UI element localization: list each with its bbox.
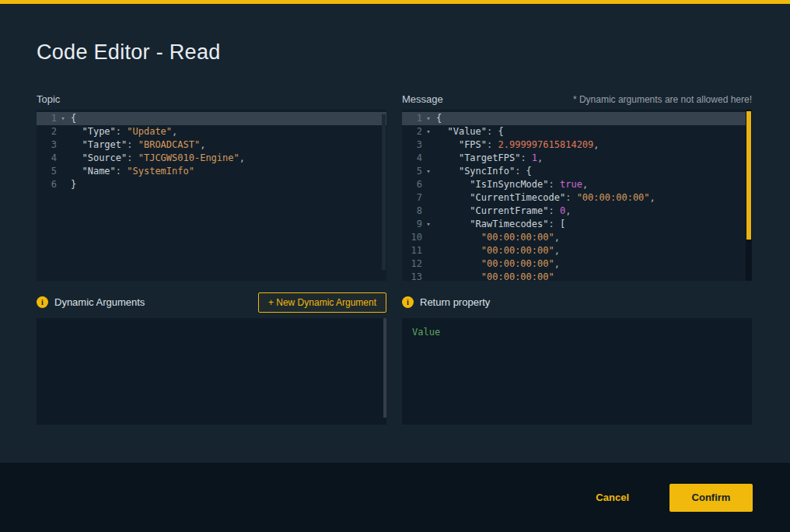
message-code-editor[interactable]: 1▾{2▾ "Value": {3 "FPS": 2.9999976158142… <box>402 110 752 281</box>
editor-gutter: 6 <box>402 178 436 191</box>
code-text: "00:00:00:00", <box>436 244 560 257</box>
editor-gutter: 8 <box>402 205 436 218</box>
info-icon-glyph: i <box>407 299 409 306</box>
fold-spacer <box>422 257 435 271</box>
line-number: 2 <box>37 125 57 138</box>
line-number: 12 <box>402 257 422 271</box>
editor-gutter: 13 <box>402 271 436 281</box>
editor-gutter: 5 <box>37 165 71 178</box>
fold-spacer <box>57 165 69 178</box>
dynamic-args-not-allowed-note: * Dynamic arguments are not allowed here… <box>573 94 752 105</box>
topic-section: Topic 1▾{2 "Type": "Update",3 "Target": … <box>37 92 386 425</box>
fold-toggle-icon[interactable]: ▾ <box>422 125 435 138</box>
fold-toggle-icon[interactable]: ▾ <box>422 218 435 231</box>
fold-toggle-icon[interactable]: ▾ <box>422 165 435 178</box>
editor-gutter: 2▾ <box>402 125 436 138</box>
editor-line[interactable]: 13 "00:00:00:00" <box>402 271 752 281</box>
editor-gutter: 4 <box>37 152 71 165</box>
code-text: "00:00:00:00" <box>436 271 554 281</box>
info-icon: i <box>402 296 414 308</box>
editor-line[interactable]: 12 "00:00:00:00", <box>402 257 752 271</box>
code-text: } <box>71 178 76 191</box>
editor-gutter: 6 <box>37 178 71 191</box>
topic-editor-scrollbar[interactable] <box>382 114 386 270</box>
editor-line[interactable]: 5 "Name": "SystemInfo" <box>37 165 386 178</box>
editor-line[interactable]: 5▾ "SyncInfo": { <box>402 165 752 178</box>
line-number: 2 <box>402 125 422 138</box>
confirm-button[interactable]: Confirm <box>669 484 753 512</box>
editor-gutter: 4 <box>402 152 436 165</box>
line-number: 1 <box>402 112 422 125</box>
editor-line[interactable]: 6} <box>37 178 386 191</box>
editor-line[interactable]: 8 "CurrentFrame": 0, <box>402 205 752 218</box>
editor-line[interactable]: 11 "00:00:00:00", <box>402 244 752 257</box>
editor-line[interactable]: 4 "TargetFPS": 1, <box>402 152 752 165</box>
info-icon-glyph: i <box>41 299 44 306</box>
fold-spacer <box>422 152 435 165</box>
line-number: 5 <box>402 165 422 178</box>
message-editor-scrollbar-track[interactable] <box>746 110 752 281</box>
editor-gutter: 11 <box>402 244 436 257</box>
cancel-button[interactable]: Cancel <box>596 492 629 503</box>
fold-spacer <box>422 138 435 152</box>
page-title: Code Editor - Read <box>37 40 221 65</box>
line-number: 6 <box>37 178 57 191</box>
code-text: "Name": "SystemInfo" <box>71 165 194 178</box>
code-text: "00:00:00:00", <box>436 257 560 271</box>
editor-line[interactable]: 2 "Type": "Update", <box>37 125 386 138</box>
editor-gutter: 1▾ <box>37 112 71 125</box>
editor-line[interactable]: 6 "IsInSyncMode": true, <box>402 178 752 191</box>
editor-gutter: 10 <box>402 231 436 244</box>
editor-line[interactable]: 7 "CurrentTimecode": "00:00:00:00", <box>402 191 752 205</box>
line-number: 7 <box>402 191 422 205</box>
message-editor-scrollbar-thumb[interactable] <box>746 111 751 240</box>
fold-spacer <box>57 152 69 165</box>
editor-line[interactable]: 10 "00:00:00:00", <box>402 231 752 244</box>
message-label-row: Message * Dynamic arguments are not allo… <box>402 92 752 110</box>
new-dynamic-argument-button[interactable]: + New Dynamic Argument <box>258 292 386 313</box>
code-text: "FPS": 2.999997615814209, <box>436 138 599 152</box>
topic-code-editor[interactable]: 1▾{2 "Type": "Update",3 "Target": "BROAD… <box>37 110 386 281</box>
fold-spacer <box>422 271 435 281</box>
fold-spacer <box>57 125 69 138</box>
code-text: "TargetFPS": 1, <box>436 152 543 165</box>
message-section: Message * Dynamic arguments are not allo… <box>402 92 752 425</box>
return-property-panel[interactable]: Value <box>402 318 752 425</box>
code-text: "Value": { <box>436 125 504 138</box>
line-number: 13 <box>402 271 422 281</box>
fold-spacer <box>422 205 435 218</box>
line-number: 8 <box>402 205 422 218</box>
line-number: 3 <box>402 138 422 152</box>
editor-line[interactable]: 1▾{ <box>37 112 386 125</box>
code-text: "Type": "Update", <box>71 125 177 138</box>
dynamic-arguments-panel <box>37 318 386 425</box>
editor-line[interactable]: 3 "Target": "BROADCAST", <box>37 138 386 152</box>
line-number: 6 <box>402 178 422 191</box>
code-text: "Target": "BROADCAST", <box>71 138 205 152</box>
editor-line[interactable]: 9▾ "RawTimecodes": [ <box>402 218 752 231</box>
topic-label: Topic <box>37 93 60 105</box>
dynamic-arguments-scrollbar[interactable] <box>383 318 386 418</box>
editor-gutter: 3 <box>402 138 436 152</box>
fold-spacer <box>57 138 69 152</box>
fold-spacer <box>57 178 69 191</box>
editor-gutter: 12 <box>402 257 436 271</box>
fold-toggle-icon[interactable]: ▾ <box>422 112 435 125</box>
topic-label-row: Topic <box>37 92 386 110</box>
line-number: 1 <box>37 112 57 125</box>
editor-line[interactable]: 1▾{ <box>402 112 752 125</box>
code-text: "IsInSyncMode": true, <box>436 178 588 191</box>
line-number: 4 <box>37 152 57 165</box>
editor-line[interactable]: 3 "FPS": 2.999997615814209, <box>402 138 752 152</box>
fold-toggle-icon[interactable]: ▾ <box>57 112 69 125</box>
editor-line[interactable]: 4 "Source": "TJCGWS010-Engine", <box>37 152 386 165</box>
footer-bar: Cancel Confirm <box>0 463 790 532</box>
editor-gutter: 5▾ <box>402 165 436 178</box>
info-icon: i <box>37 296 48 308</box>
return-property-label: Return property <box>420 296 490 308</box>
editor-line[interactable]: 2▾ "Value": { <box>402 125 752 138</box>
editor-gutter: 9▾ <box>402 218 436 231</box>
editor-gutter: 1▾ <box>402 112 436 125</box>
line-number: 9 <box>402 218 422 231</box>
return-property-value: Value <box>412 327 440 338</box>
